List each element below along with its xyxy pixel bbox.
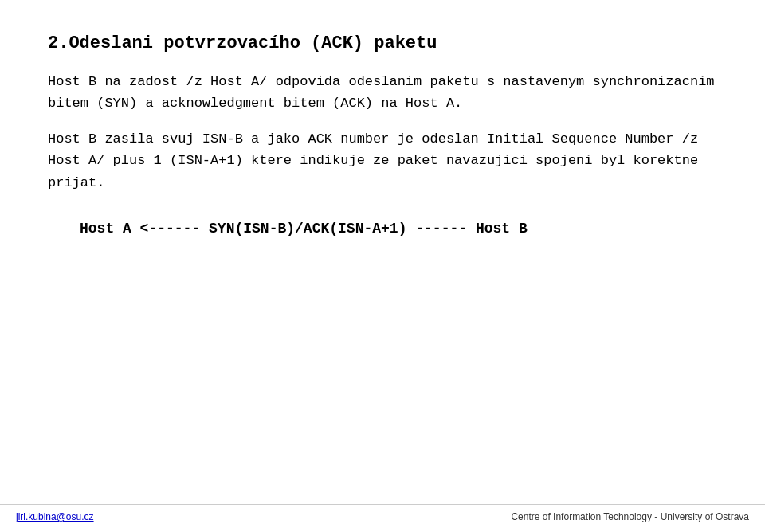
section-heading: 2.Odeslani potvrzovacího (ACK) paketu [48,32,717,57]
page-footer: jiri.kubina@osu.cz Centre of Information… [0,504,765,522]
main-content: 2.Odeslani potvrzovacího (ACK) paketu Ho… [0,0,765,256]
paragraph-1: Host B na zadost /z Host A/ odpovida ode… [48,71,717,114]
network-diagram: Host A <------ SYN(ISN-B)/ACK(ISN-A+1) -… [80,217,717,241]
footer-institution: Centre of Information Technology - Unive… [511,511,749,522]
footer-email[interactable]: jiri.kubina@osu.cz [16,511,94,522]
paragraph-2: Host B zasila svuj ISN-B a jako ACK numb… [48,128,717,194]
